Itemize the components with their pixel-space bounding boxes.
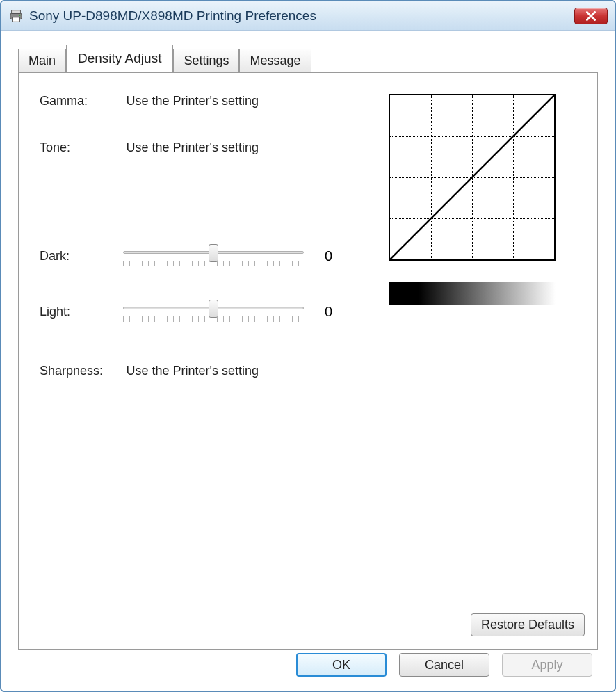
sharpness-label: Sharpness: [40,364,123,378]
tab-panel-density-adjust: Gamma: Use the Printer's setting Tone: U… [18,72,598,650]
apply-button: Apply [502,653,592,677]
tab-density-adjust[interactable]: Density Adjust [66,45,173,72]
svg-point-3 [19,15,21,16]
cancel-button[interactable]: Cancel [399,653,489,677]
light-slider-thumb[interactable] [209,300,218,318]
svg-rect-2 [13,17,20,21]
close-button[interactable] [574,8,608,24]
client-area: Main Density Adjust Settings Message Gam… [6,32,610,686]
sharpness-value: Use the Printer's setting [126,364,259,378]
gamma-value: Use the Printer's setting [126,94,259,108]
dialog-button-row: OK Cancel Apply [296,653,592,677]
dialog-window: Sony UP-D898MD/X898MD Printing Preferenc… [0,0,616,692]
tone-curve-chart [389,94,556,261]
dark-label: Dark: [40,249,123,264]
restore-defaults-button[interactable]: Restore Defaults [471,613,585,636]
tab-message[interactable]: Message [239,49,311,73]
gamma-label: Gamma: [40,94,123,108]
window-title: Sony UP-D898MD/X898MD Printing Preferenc… [29,8,574,24]
tabstrip: Main Density Adjust Settings Message [6,32,610,72]
tone-value: Use the Printer's setting [126,140,259,154]
printer-icon [8,8,24,24]
svg-line-4 [390,95,554,259]
tab-main[interactable]: Main [18,49,66,73]
tab-settings[interactable]: Settings [173,49,239,73]
dark-slider-thumb[interactable] [209,244,218,262]
light-label: Light: [40,305,123,319]
ok-button[interactable]: OK [296,653,387,677]
density-gradient-preview [389,282,556,305]
dark-value: 0 [325,248,346,264]
light-slider[interactable] [123,301,304,322]
dark-slider[interactable] [123,246,304,266]
titlebar: Sony UP-D898MD/X898MD Printing Preferenc… [1,1,615,31]
light-value: 0 [325,304,346,320]
svg-rect-0 [12,10,21,13]
tone-label: Tone: [40,140,123,155]
